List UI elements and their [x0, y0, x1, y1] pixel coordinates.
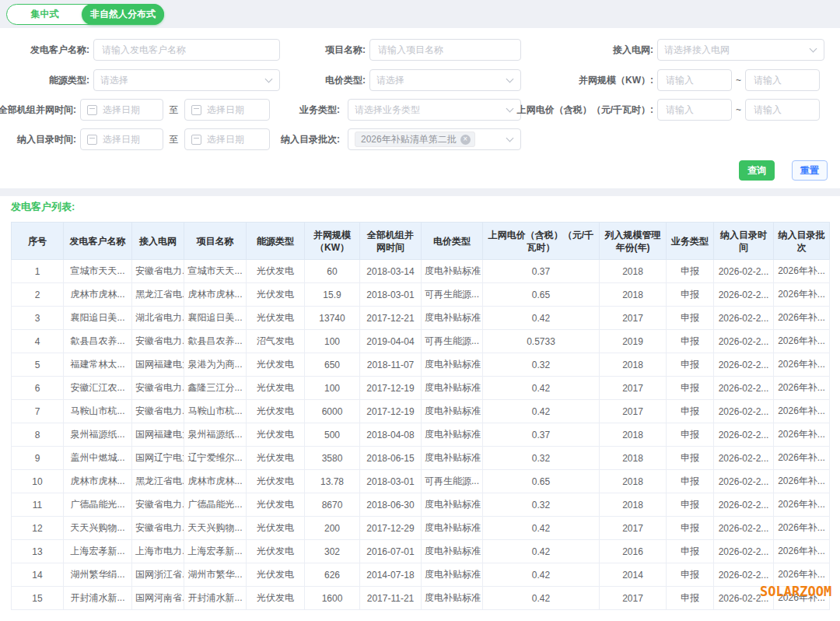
table-cell: 302: [305, 540, 360, 563]
table-cell: 光伏发电: [247, 307, 305, 330]
catalog-batch-select[interactable]: 2026年补贴清单第二批 ×: [348, 128, 521, 150]
table-cell: 2018: [600, 353, 667, 377]
table-cell: 10: [12, 470, 64, 493]
column-header: 上网电价（含税）（元/千瓦时）: [483, 223, 600, 260]
calendar-icon: [191, 135, 201, 145]
table-cell: 黑龙江省电...: [132, 283, 184, 307]
customer-name-input[interactable]: [93, 39, 280, 61]
table-row: 6安徽汇江农...安徽省电力...鑫隆三江分...光伏发电1002017-12-…: [12, 377, 830, 400]
table-cell: 2017: [600, 517, 667, 540]
table-cell: 2026-02-2...: [714, 447, 774, 470]
table-cell: 安徽汇江农...: [64, 377, 132, 400]
table-cell: 2018: [600, 470, 667, 493]
table-cell: 500: [305, 423, 360, 447]
table-cell: 度电补贴标准: [422, 587, 483, 610]
section-divider: [0, 188, 840, 196]
table-cell: 马鞍山市杭...: [184, 400, 247, 423]
table-cell: 湖州市繁华...: [184, 563, 247, 587]
grid-scale-min-input[interactable]: [657, 69, 732, 91]
table-cell: 0.42: [483, 587, 600, 610]
table-cell: 光伏发电: [247, 563, 305, 587]
catalog-start-date[interactable]: 选择日期: [80, 128, 163, 150]
table-cell: 可再生能源...: [422, 283, 483, 307]
table-cell: 2017: [600, 400, 667, 423]
table-cell: 2026年补...: [774, 260, 830, 283]
table-cell: 2026-02-2...: [714, 307, 774, 330]
form-actions: 查询 重置: [739, 160, 828, 181]
column-header: 全部机组并网时间: [360, 223, 422, 260]
table-cell: 2018-06-15: [360, 447, 422, 470]
table-cell: 2018-03-14: [360, 260, 422, 283]
table-cell: 度电补贴标准: [422, 517, 483, 540]
table-cell: 0.42: [483, 517, 600, 540]
table-cell: 2026年补...: [774, 400, 830, 423]
table-cell: 广德晶能光...: [184, 493, 247, 517]
filter-form: 发电客户名称: 项目名称: 接入电网: 请选择接入电网 能源类型: 请选择 电价…: [0, 28, 840, 188]
table-cell: 626: [305, 563, 360, 587]
table-cell: 度电补贴标准: [422, 353, 483, 377]
table-row: 14湖州繁华绢...国网浙江省...湖州市繁华...光伏发电6262014-07…: [12, 563, 830, 587]
project-name-label: 项目名称:: [257, 39, 366, 61]
table-cell: 2016-07-01: [360, 540, 422, 563]
business-type-label: 业务类型:: [233, 99, 340, 121]
selected-batch-label: 2026年补贴清单第二批: [361, 133, 457, 146]
table-cell: 2026-02-2...: [714, 377, 774, 400]
column-header: 项目名称: [184, 223, 247, 260]
table-cell: 盖州中燃城...: [64, 447, 132, 470]
table-cell: 7: [12, 400, 64, 423]
table-cell: 0.37: [483, 260, 600, 283]
table-cell: 2026-02-2...: [714, 470, 774, 493]
table-cell: 2019: [600, 330, 667, 353]
catalog-start-placeholder: 选择日期: [103, 133, 156, 146]
table-cell: 2018: [600, 260, 667, 283]
grid-label: 接入电网:: [498, 39, 653, 61]
column-header: 序号: [12, 223, 64, 260]
table-cell: 2026-02-2...: [714, 493, 774, 517]
table-cell: 宣城市天天...: [184, 260, 247, 283]
table-cell: 申报: [667, 400, 714, 423]
table-cell: 安徽省电力...: [132, 377, 184, 400]
table-row: 8泉州福源纸...国网福建电力泉州福源纸...光伏发电5002018-04-08…: [12, 423, 830, 447]
table-cell: 2026年补...: [774, 307, 830, 330]
grid-select-placeholder: 请选择接入电网: [664, 44, 806, 57]
grid-price-max-input[interactable]: [745, 99, 820, 121]
reset-button[interactable]: 重置: [792, 160, 828, 181]
tab-non-natural-person-distributed[interactable]: 非自然人分布式: [82, 4, 164, 25]
grid-price-min-input[interactable]: [657, 99, 732, 121]
tab-centralized[interactable]: 集中式: [7, 5, 82, 24]
table-cell: 2026-02-2...: [714, 517, 774, 540]
table-cell: 1600: [305, 587, 360, 610]
table-row: 5福建常林太...国网福建电力泉港为为商...光伏发电6502018-11-07…: [12, 353, 830, 377]
table-cell: 2026-02-2...: [714, 423, 774, 447]
view-tabs: 集中式 非自然人分布式: [6, 4, 164, 25]
column-header: 电价类型: [422, 223, 483, 260]
range-separator: ~: [732, 69, 745, 91]
table-cell: 黑龙江省电...: [132, 470, 184, 493]
query-button[interactable]: 查询: [739, 160, 775, 181]
table-cell: 申报: [667, 330, 714, 353]
table-cell: 申报: [667, 540, 714, 563]
watermark: SOLARZOOM: [760, 584, 831, 599]
energy-type-select[interactable]: 请选择: [93, 69, 280, 91]
table-cell: 2026年补...: [774, 540, 830, 563]
grid-scale-max-input[interactable]: [745, 69, 820, 91]
business-type-placeholder: 请选择业务类型: [355, 104, 502, 117]
table-cell: 2017-12-21: [360, 307, 422, 330]
customer-name-label: 发电客户名称:: [0, 39, 89, 61]
all-units-start-date[interactable]: 选择日期: [80, 99, 163, 121]
grid-scale-label: 并网规模（KW）:: [482, 69, 653, 91]
tag-close-icon[interactable]: ×: [460, 135, 471, 145]
grid-select[interactable]: 请选择接入电网: [657, 39, 824, 61]
table-cell: 14: [12, 563, 64, 587]
column-header: 纳入目录批次: [774, 223, 830, 260]
table-cell: 0.65: [483, 470, 600, 493]
table-cell: 2017: [600, 377, 667, 400]
table-cell: 泉港为为商...: [184, 353, 247, 377]
table-row: 3襄阳追日美...湖北省电力...襄阳追日美...光伏发电137402017-1…: [12, 307, 830, 330]
table-cell: 2026-02-2...: [714, 540, 774, 563]
table-cell: 光伏发电: [247, 400, 305, 423]
table-cell: 申报: [667, 517, 714, 540]
table-cell: 泉州福源纸...: [64, 423, 132, 447]
table-cell: 光伏发电: [247, 517, 305, 540]
table-cell: 安徽省电力...: [132, 493, 184, 517]
